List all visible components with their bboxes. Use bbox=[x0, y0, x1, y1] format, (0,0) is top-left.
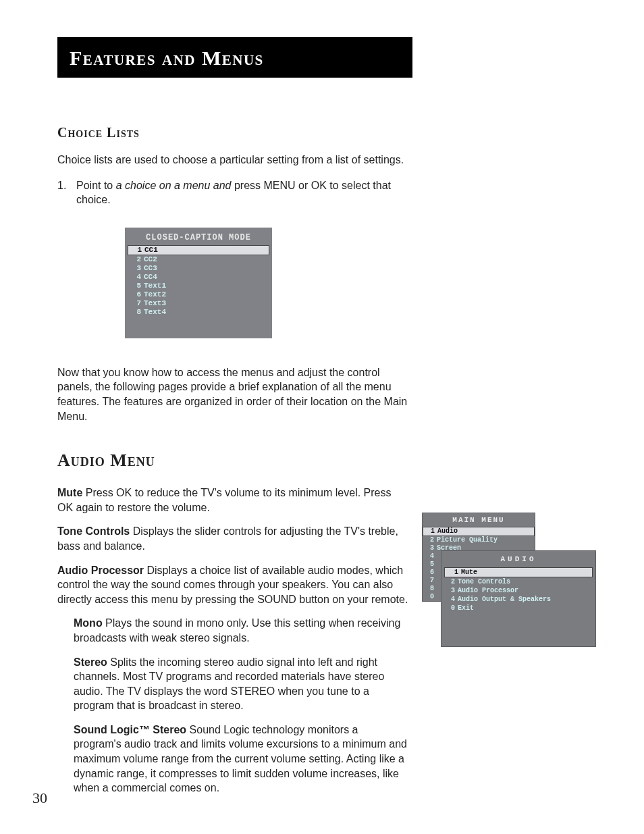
choice-lists-intro: Choice lists are used to choose a partic… bbox=[57, 153, 408, 167]
main-menu-item-number: 5 bbox=[426, 561, 434, 569]
main-menu-item-number: 4 bbox=[426, 552, 434, 561]
closed-caption-item[interactable]: 1CC1 bbox=[128, 245, 269, 255]
audio-submenu-panel: AUDIO 1Mute2Tone Controls3Audio Processo… bbox=[441, 550, 596, 647]
submode-stereo-label: Stereo bbox=[74, 656, 107, 668]
audio-submenu-item[interactable]: 0Exit bbox=[441, 604, 595, 613]
submode-mono: Mono Plays the sound in mono only. Use t… bbox=[74, 616, 408, 645]
feature-proc-label: Audio Processor bbox=[57, 565, 144, 576]
main-menu-item-number: 1 bbox=[427, 527, 435, 536]
audio-submenu-item-number: 3 bbox=[447, 586, 455, 595]
audio-submenu-item[interactable]: 3Audio Processor bbox=[441, 586, 595, 595]
audio-submenu-item-number: 1 bbox=[450, 568, 458, 577]
closed-caption-item[interactable]: 5Text1 bbox=[128, 282, 269, 290]
closed-caption-item-label: CC1 bbox=[144, 246, 158, 255]
submode-stereo: Stereo Splits the incoming stereo audio … bbox=[74, 655, 408, 713]
main-menu-item-number: 6 bbox=[426, 569, 434, 577]
feature-audio-processor: Audio Processor Displays a choice list o… bbox=[57, 563, 408, 607]
page-number: 30 bbox=[32, 789, 47, 807]
audio-submenu-item-number: 2 bbox=[447, 577, 455, 586]
closed-caption-item-label: Text2 bbox=[144, 290, 166, 299]
feature-mute-desc: Press OK to reduce the TV's volume to it… bbox=[57, 487, 391, 513]
closed-caption-list: 1CC12CC23CC34CC45Text16Text27Text38Text4 bbox=[128, 245, 269, 317]
choice-lists-outro: Now that you know how to access the menu… bbox=[57, 365, 408, 423]
closed-caption-item-number: 8 bbox=[132, 308, 141, 317]
closed-caption-item-number: 1 bbox=[132, 246, 142, 255]
step-italic: a choice on a menu and bbox=[116, 180, 234, 191]
main-menu-item-number: 2 bbox=[426, 536, 434, 544]
audio-submenu-item-label: Tone Controls bbox=[458, 577, 510, 586]
closed-caption-item-label: CC3 bbox=[144, 264, 157, 273]
choice-lists-step: 1. Point to a choice on a menu and press… bbox=[57, 178, 587, 207]
menu-graphic: MAIN MENU 1Audio2Picture Quality3Screen4… bbox=[422, 513, 596, 658]
submode-mono-desc: Plays the sound in mono only. Use this s… bbox=[74, 617, 400, 644]
closed-caption-item-label: Text4 bbox=[144, 308, 166, 317]
step-pre: Point to bbox=[76, 180, 116, 191]
submode-sound-logic-stereo: Sound Logic™ Stereo Sound Logic technolo… bbox=[74, 723, 408, 796]
audio-submenu-item[interactable]: 4Audio Output & Speakers bbox=[441, 595, 595, 604]
closed-caption-item[interactable]: 6Text2 bbox=[128, 290, 269, 299]
audio-submenu-panel-title: AUDIO bbox=[441, 551, 595, 567]
audio-submenu-item-label: Audio Output & Speakers bbox=[458, 595, 551, 604]
closed-caption-item-number: 2 bbox=[132, 255, 141, 264]
closed-caption-item-number: 3 bbox=[132, 264, 141, 273]
submode-stereo-desc: Splits the incoming stereo audio signal … bbox=[74, 656, 384, 712]
closed-caption-item-label: Text3 bbox=[144, 299, 166, 308]
audio-submenu-list: 1Mute2Tone Controls3Audio Processor4Audi… bbox=[441, 567, 595, 613]
main-menu-item-label: Audio bbox=[437, 527, 458, 536]
submode-mono-label: Mono bbox=[74, 617, 103, 629]
audio-submenu-item-label: Exit bbox=[458, 604, 474, 613]
feature-mute: Mute Press OK to reduce the TV's volume … bbox=[57, 486, 408, 515]
closed-caption-item[interactable]: 4CC4 bbox=[128, 273, 269, 282]
closed-caption-item[interactable]: 2CC2 bbox=[128, 255, 269, 264]
main-menu-item-number: 0 bbox=[426, 593, 434, 601]
audio-submenu-item[interactable]: 1Mute bbox=[444, 567, 593, 577]
closed-caption-item-number: 5 bbox=[132, 282, 141, 290]
page-title: Features and Menus bbox=[70, 47, 400, 70]
closed-caption-item-label: CC2 bbox=[144, 255, 157, 264]
main-menu-item-number: 8 bbox=[426, 585, 434, 593]
feature-tone-controls: Tone Controls Displays the slider contro… bbox=[57, 524, 408, 553]
choice-lists-heading: Choice Lists bbox=[57, 125, 587, 140]
closed-caption-item-label: CC4 bbox=[144, 273, 157, 282]
main-menu-item-number: 3 bbox=[426, 544, 434, 552]
closed-caption-panel-title: CLOSED-CAPTION MODE bbox=[128, 230, 269, 245]
closed-caption-item[interactable]: 7Text3 bbox=[128, 299, 269, 308]
audio-submenu-item-label: Audio Processor bbox=[458, 586, 518, 595]
audio-submenu-item-number: 4 bbox=[447, 595, 455, 604]
closed-caption-item-number: 4 bbox=[132, 273, 141, 282]
audio-submenu-item[interactable]: 2Tone Controls bbox=[441, 577, 595, 586]
main-menu-item[interactable]: 2Picture Quality bbox=[423, 536, 535, 544]
step-body: Point to a choice on a menu and press ME… bbox=[76, 178, 400, 207]
main-menu-panel-title: MAIN MENU bbox=[423, 513, 535, 527]
audio-menu-heading: Audio Menu bbox=[57, 450, 587, 471]
main-menu-item-number: 7 bbox=[426, 577, 434, 585]
page-title-bar: Features and Menus bbox=[57, 37, 412, 78]
main-menu-item[interactable]: 1Audio bbox=[423, 527, 535, 536]
main-menu-item-label: Picture Quality bbox=[437, 536, 498, 544]
closed-caption-item-label: Text1 bbox=[144, 282, 166, 290]
feature-tone-label: Tone Controls bbox=[57, 525, 130, 537]
step-number: 1. bbox=[57, 178, 76, 193]
closed-caption-item-number: 6 bbox=[132, 290, 141, 299]
closed-caption-item-number: 7 bbox=[132, 299, 141, 308]
feature-mute-label: Mute bbox=[57, 487, 82, 498]
closed-caption-item[interactable]: 3CC3 bbox=[128, 264, 269, 273]
audio-submenu-item-number: 0 bbox=[447, 604, 455, 613]
submode-sls-label: Sound Logic™ Stereo bbox=[74, 724, 186, 735]
closed-caption-item[interactable]: 8Text4 bbox=[128, 308, 269, 317]
closed-caption-panel: CLOSED-CAPTION MODE 1CC12CC23CC34CC45Tex… bbox=[125, 228, 272, 338]
audio-submenu-item-label: Mute bbox=[461, 568, 477, 577]
